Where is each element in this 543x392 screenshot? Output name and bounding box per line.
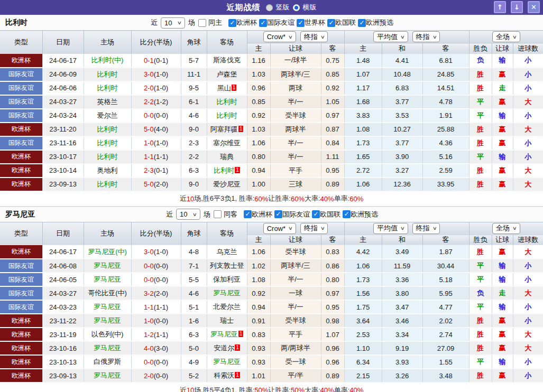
result-cell: 平 xyxy=(469,95,492,109)
match-type-cell: 国际友谊 xyxy=(0,68,42,81)
card-badge: 1 xyxy=(238,126,244,132)
league-label: 世界杯 xyxy=(305,18,325,27)
home-odds-cell: 0.85 xyxy=(247,95,270,109)
home-team-cell: 罗马尼亚 xyxy=(84,273,131,286)
home-team-cell: 爱尔兰 xyxy=(84,109,131,123)
handicap-cell: 两/两球半 xyxy=(270,341,321,355)
col-header-away: 客场 xyxy=(207,222,247,245)
average-final-select[interactable]: 终指 ∨ xyxy=(412,31,440,42)
home-team-cell: 比利时 xyxy=(84,150,131,164)
scope-select[interactable]: 全场 ∨ xyxy=(492,223,520,234)
half-score: (3-0) xyxy=(154,344,168,352)
score-cell: 2-3(0-1) xyxy=(131,164,181,178)
league-checkbox[interactable]: ✓ xyxy=(312,210,320,218)
league-checkbox[interactable]: ✓ xyxy=(343,210,351,218)
away-team-name: 罗马尼亚 xyxy=(210,330,238,338)
handicap-cell: 半/一 xyxy=(270,95,321,109)
score-cell: 1-1(1-1) xyxy=(131,150,181,164)
horizontal-layout-radio[interactable] xyxy=(293,4,300,11)
away-odds-cell: 0.89 xyxy=(321,369,344,382)
result-value: 小 xyxy=(524,371,531,379)
match-count-select[interactable]: 10 ∨ xyxy=(176,209,200,220)
scope-select[interactable]: 全场 ∨ xyxy=(492,31,520,42)
home-team-name: 白俄罗斯 xyxy=(94,358,121,366)
match-count-select[interactable]: 10 ∨ xyxy=(161,17,185,29)
chevron-down-icon: ∨ xyxy=(320,226,325,231)
avg-home-cell: 1.06 xyxy=(344,259,382,273)
result-cell: 平 xyxy=(469,355,492,369)
average-final-select[interactable]: 终指 ∨ xyxy=(412,223,440,234)
avg-away-cell: 4.77 xyxy=(422,300,469,314)
match-row: 国际友谊24-06-08罗马尼亚0-0(0-0)7-1列支敦士登1.02两球半/… xyxy=(0,259,543,273)
handicap-cell: 平手 xyxy=(270,164,321,178)
col-header-date: 日期 xyxy=(42,222,84,245)
avg-home-cell: 1.65 xyxy=(344,150,382,164)
league-checkbox[interactable]: ✓ xyxy=(259,19,267,27)
goals-result-cell: 小 xyxy=(513,68,543,81)
same-venue-checkbox[interactable] xyxy=(214,210,222,218)
league-checkbox[interactable]: ✓ xyxy=(327,19,335,27)
close-button[interactable]: ✕ xyxy=(528,1,540,13)
home-team-name: 比利时 xyxy=(97,180,118,188)
handicap-final-select[interactable]: 终指 ∨ xyxy=(300,223,328,234)
vertical-layout-label: 竖版 xyxy=(276,3,290,12)
match-date-cell: 24-06-09 xyxy=(42,68,84,81)
match-date-cell: 23-10-17 xyxy=(42,150,84,164)
odds-company-select[interactable]: Crow* ∨ xyxy=(263,31,296,42)
league-checkbox[interactable]: ✓ xyxy=(228,19,236,27)
match-date-cell: 24-06-17 xyxy=(42,54,84,68)
same-venue-checkbox[interactable] xyxy=(198,19,206,27)
average-select[interactable]: 平均值 ∨ xyxy=(373,223,408,234)
half-score: (2-0) xyxy=(154,180,168,188)
vertical-layout-radio[interactable] xyxy=(266,4,273,11)
result-value: 走 xyxy=(499,84,506,92)
goals-result-cell: 小 xyxy=(513,109,543,123)
result-value: 小 xyxy=(524,84,531,92)
corners-cell: 9-5 xyxy=(181,81,207,95)
handicap-result-cell: 赢 xyxy=(492,369,513,382)
home-team-cell: 比利时(中) xyxy=(84,54,131,68)
handicap-result-cell: 赢 xyxy=(492,245,513,259)
away-odds-cell: 0.97 xyxy=(321,109,344,123)
team-panel: 罗马尼亚 近 10 ∨ 场 同客 ✓欧洲杯✓国际友谊✓欧国联✓欧洲预选 xyxy=(0,207,543,392)
away-odds-cell: 0.85 xyxy=(321,68,344,81)
summary-part: 让胜率: xyxy=(268,194,291,203)
corners-cell: 9-0 xyxy=(181,123,207,136)
away-team-cell: 罗马尼亚1 xyxy=(207,328,247,341)
corners-cell: 4-6 xyxy=(181,286,207,300)
half-score: (0-0) xyxy=(154,317,168,325)
handicap-final-select[interactable]: 终指 ∨ xyxy=(300,31,328,42)
matches-table: 类型 日期 主场 比分(半场) 角球 客场 Crow* ∨ 终指 xyxy=(0,30,543,192)
chevron-down-icon: ∨ xyxy=(512,34,517,40)
average-select[interactable]: 平均值 ∨ xyxy=(373,31,408,42)
score-cell: 5-0(4-0) xyxy=(131,123,181,136)
away-odds-cell: 0.84 xyxy=(321,136,344,150)
league-checkbox[interactable]: ✓ xyxy=(297,19,305,27)
away-team-cell: 比利时 xyxy=(207,109,247,123)
result-value: 胜 xyxy=(477,70,484,78)
handicap-result-cell: 输 xyxy=(492,355,513,369)
match-date-cell: 23-09-13 xyxy=(42,369,84,382)
full-score: 0-0 xyxy=(144,276,154,284)
result-value: 胜 xyxy=(477,166,484,174)
league-checkbox[interactable]: ✓ xyxy=(244,210,252,218)
handicap-cell: 平/半 xyxy=(270,369,321,382)
league-checkbox[interactable]: ✓ xyxy=(358,19,366,27)
result-value: 胜 xyxy=(477,139,484,147)
avg-draw-cell: 3.77 xyxy=(382,136,422,150)
league-checkbox[interactable]: ✓ xyxy=(274,210,282,218)
avg-away-cell: 5.95 xyxy=(422,286,469,300)
move-down-button[interactable]: ↓ xyxy=(511,1,523,13)
home-team-cell: 罗马尼亚 xyxy=(84,259,131,273)
match-type-cell: 国际友谊 xyxy=(0,259,42,273)
home-team-cell: 奥地利 xyxy=(84,164,131,178)
match-row: 国际友谊24-03-23罗马尼亚1-1(1-1)5-1北爱尔兰0.94半/一0.… xyxy=(0,300,543,314)
result-value: 小 xyxy=(524,153,531,161)
result-cell: 胜 xyxy=(469,164,492,178)
full-score: 1-0 xyxy=(144,139,154,147)
handicap-cell: 一球 xyxy=(270,286,321,300)
home-odds-cell: 0.83 xyxy=(247,328,270,341)
match-row: 欧洲杯23-11-22罗马尼亚1-0(0-0)1-6瑞士0.91受半球0.983… xyxy=(0,314,543,328)
move-up-button[interactable]: ↑ xyxy=(494,1,506,13)
odds-company-select[interactable]: Crow* ∨ xyxy=(263,223,296,234)
